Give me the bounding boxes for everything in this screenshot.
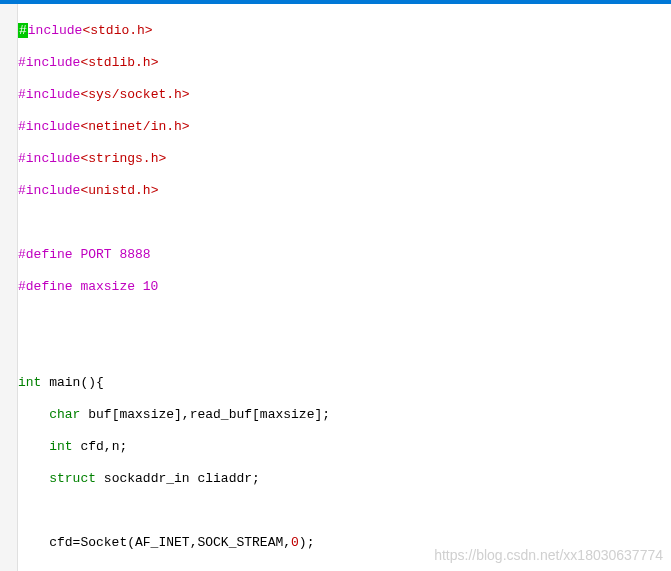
line-number-gutter	[0, 4, 18, 571]
code-text: cfd=Socket(AF_INET,SOCK_STREAM,	[18, 535, 291, 550]
preproc-directive: #include	[18, 183, 80, 198]
keyword-type: int	[18, 375, 41, 390]
code-line: #define maxsize 10	[18, 279, 671, 295]
header-name: <stdio.h>	[82, 23, 152, 38]
keyword-type: int	[49, 439, 72, 454]
header-name: <unistd.h>	[80, 183, 158, 198]
code-editor[interactable]: #include<stdio.h> #include<stdlib.h> #in…	[18, 4, 671, 571]
code-line	[18, 343, 671, 359]
code-line	[18, 567, 671, 571]
editor-container: #include<stdio.h> #include<stdlib.h> #in…	[0, 4, 671, 571]
code-line: #include<stdlib.h>	[18, 55, 671, 71]
code-line: char buf[maxsize],read_buf[maxsize];	[18, 407, 671, 423]
code-text: cfd,n;	[73, 439, 128, 454]
preproc-directive: include	[28, 23, 83, 38]
header-name: <netinet/in.h>	[80, 119, 189, 134]
number-literal: 0	[291, 535, 299, 550]
code-line: #include<unistd.h>	[18, 183, 671, 199]
code-line: #include<strings.h>	[18, 151, 671, 167]
preproc-directive: #include	[18, 87, 80, 102]
header-name: <stdlib.h>	[80, 55, 158, 70]
code-line: struct sockaddr_in cliaddr;	[18, 471, 671, 487]
code-line: #define PORT 8888	[18, 247, 671, 263]
keyword-type: char	[49, 407, 80, 422]
header-name: <sys/socket.h>	[80, 87, 189, 102]
code-line: int cfd,n;	[18, 439, 671, 455]
code-line: #include<stdio.h>	[18, 23, 671, 39]
code-line: #include<netinet/in.h>	[18, 119, 671, 135]
code-text: buf[maxsize],read_buf[maxsize];	[80, 407, 330, 422]
code-text: );	[299, 535, 315, 550]
code-text: main(){	[41, 375, 103, 390]
code-line	[18, 503, 671, 519]
preproc-directive: #define maxsize 10	[18, 279, 158, 294]
preproc-directive: #include	[18, 151, 80, 166]
text-cursor: #	[18, 23, 28, 38]
code-text: sockaddr_in cliaddr;	[96, 471, 260, 486]
code-line: cfd=Socket(AF_INET,SOCK_STREAM,0);	[18, 535, 671, 551]
code-line: #include<sys/socket.h>	[18, 87, 671, 103]
keyword-type: struct	[49, 471, 96, 486]
preproc-directive: #include	[18, 119, 80, 134]
code-line	[18, 215, 671, 231]
code-line	[18, 311, 671, 327]
preproc-directive: #define PORT 8888	[18, 247, 151, 262]
code-line: int main(){	[18, 375, 671, 391]
preproc-directive: #include	[18, 55, 80, 70]
header-name: <strings.h>	[80, 151, 166, 166]
